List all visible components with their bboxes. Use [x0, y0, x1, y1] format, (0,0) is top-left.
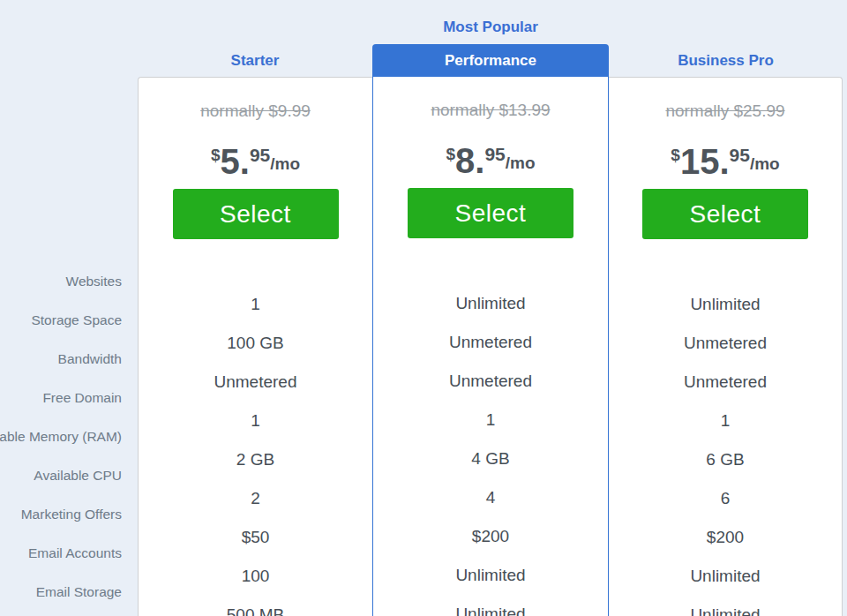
- value-performance-available-memory: 4 GB: [373, 439, 608, 478]
- value-starter-bandwidth: Unmetered: [139, 363, 372, 402]
- original-price-starter: normally $9.99: [139, 100, 372, 123]
- value-business-pro-email-storage: Unlimited: [609, 596, 842, 616]
- value-business-pro-available-memory: 6 GB: [609, 440, 842, 479]
- feature-label-available-memory: Available Memory (RAM): [0, 417, 122, 456]
- value-business-pro-free-domain: 1: [609, 402, 842, 440]
- most-popular-badge: Most Popular: [372, 19, 609, 36]
- feature-label-bandwidth: Bandwidth: [0, 340, 122, 379]
- current-price-business-pro: $15.95/mo: [609, 133, 842, 177]
- original-price-performance: normally $13.99: [373, 99, 608, 122]
- value-starter-available-cpu: 2: [139, 479, 372, 518]
- value-starter-email-accounts: 100: [139, 557, 372, 596]
- value-business-pro-storage-space: Unmetered: [609, 324, 842, 363]
- value-starter-websites: 1: [139, 285, 372, 324]
- value-performance-marketing-offers: $200: [373, 517, 608, 556]
- plan-column-starter-header: normally $9.99 $5.95/mo Select: [139, 100, 372, 285]
- value-performance-email-storage: Unlimited: [373, 595, 608, 616]
- feature-label-free-domain: Free Domain: [0, 379, 122, 417]
- plan-header-starter: Starter: [138, 44, 372, 77]
- feature-label-websites: Websites: [0, 262, 122, 301]
- value-starter-storage-space: 100 GB: [139, 324, 372, 363]
- currency-symbol: $: [671, 146, 680, 164]
- value-business-pro-email-accounts: Unlimited: [609, 557, 842, 596]
- price-period: /mo: [506, 154, 536, 172]
- plan-column-performance-header: normally $13.99 $8.95/mo Select: [373, 99, 608, 284]
- plan-header-performance: Performance: [372, 44, 609, 77]
- currency-symbol: $: [211, 146, 221, 164]
- feature-label-available-cpu: Available CPU: [0, 456, 122, 495]
- plan-header-business-pro: Business Pro: [609, 44, 843, 77]
- feature-labels-column: Websites Storage Space Bandwidth Free Do…: [0, 262, 122, 612]
- plan-column-performance: normally $13.99 $8.95/mo Select Unlimite…: [372, 77, 609, 616]
- price-period: /mo: [270, 154, 300, 173]
- pricing-card: normally $9.99 $5.95/mo Select 1 100 GB …: [138, 77, 843, 616]
- select-button-starter[interactable]: Select: [173, 189, 339, 239]
- price-cents: 95: [730, 145, 750, 165]
- currency-symbol: $: [446, 145, 455, 163]
- plan-column-business-pro-header: normally $25.99 $15.95/mo Select: [609, 100, 842, 285]
- feature-label-marketing-offers: Marketing Offers: [0, 495, 122, 534]
- value-performance-storage-space: Unmetered: [373, 323, 608, 362]
- price-whole: 15.: [680, 142, 730, 181]
- value-starter-free-domain: 1: [139, 402, 372, 440]
- price-cents: 95: [250, 145, 270, 165]
- original-price-business-pro: normally $25.99: [609, 100, 842, 123]
- value-business-pro-available-cpu: 6: [609, 479, 842, 518]
- feature-label-email-storage: Email Storage: [0, 573, 122, 612]
- value-performance-email-accounts: Unlimited: [373, 556, 608, 595]
- value-performance-available-cpu: 4: [373, 478, 608, 517]
- select-button-performance[interactable]: Select: [408, 188, 573, 238]
- select-button-business-pro[interactable]: Select: [642, 189, 808, 239]
- value-performance-bandwidth: Unmetered: [373, 362, 608, 401]
- price-whole: 8.: [455, 141, 484, 180]
- value-business-pro-bandwidth: Unmetered: [609, 363, 842, 402]
- current-price-starter: $5.95/mo: [139, 133, 372, 177]
- current-price-performance: $8.95/mo: [373, 132, 608, 177]
- plan-column-starter: normally $9.99 $5.95/mo Select 1 100 GB …: [139, 78, 372, 616]
- value-starter-email-storage: 500 MB: [139, 596, 372, 616]
- value-business-pro-websites: Unlimited: [609, 285, 842, 324]
- pricing-page: Most Popular Starter Performance Busines…: [0, 0, 847, 616]
- feature-label-email-accounts: Email Accounts: [0, 534, 122, 573]
- value-business-pro-marketing-offers: $200: [609, 518, 842, 557]
- price-cents: 95: [484, 144, 505, 164]
- feature-label-storage-space: Storage Space: [0, 301, 122, 340]
- value-performance-websites: Unlimited: [373, 284, 608, 323]
- price-whole: 5.: [221, 142, 250, 181]
- value-starter-available-memory: 2 GB: [139, 440, 372, 479]
- value-performance-free-domain: 1: [373, 401, 608, 439]
- plan-column-business-pro: normally $25.99 $15.95/mo Select Unlimit…: [609, 78, 842, 616]
- value-starter-marketing-offers: $50: [139, 518, 372, 557]
- price-period: /mo: [750, 154, 780, 173]
